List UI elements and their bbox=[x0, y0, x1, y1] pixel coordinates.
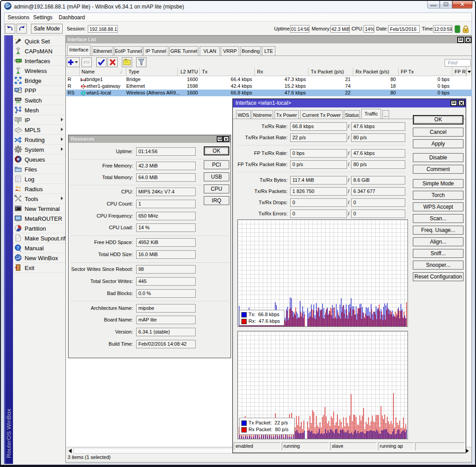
svg-text:?: ? bbox=[17, 245, 19, 250]
svg-text:255: 255 bbox=[16, 118, 21, 121]
